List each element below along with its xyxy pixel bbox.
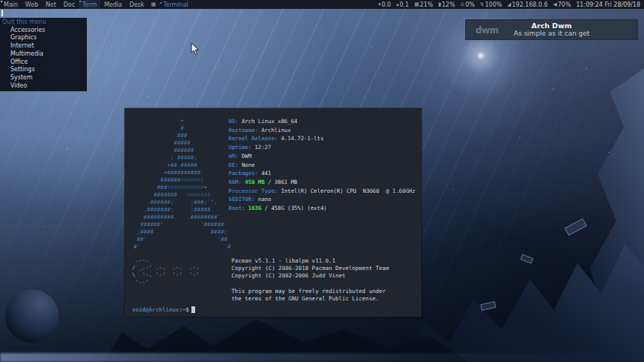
wallpaper-mountains-bottom-right bbox=[407, 225, 644, 362]
status-network-ip-value: 192.168.0.6 bbox=[512, 1, 548, 8]
tag-main[interactable]: Main bbox=[0, 0, 22, 9]
menu-text-caret bbox=[1, 10, 3, 16]
volume-icon: ◀ bbox=[553, 1, 556, 7]
pacman-ascii-art: .--. / _.-' .-. .-. .-. \ '-. '-' '-' '-… bbox=[132, 257, 199, 286]
clock: 11:09:24 Fri 28/09/18 bbox=[576, 1, 640, 8]
status-net-up: ▴0.1 bbox=[396, 1, 409, 8]
menu-item-system[interactable]: System bbox=[0, 74, 87, 82]
menu-item-multimedia[interactable]: Multimedia bbox=[0, 50, 87, 59]
arch-ascii-art: + # ### ##### ###### ; #####; +##.##### … bbox=[134, 117, 231, 251]
layout-grid-icon[interactable]: ▦ bbox=[148, 1, 159, 7]
menu-item-office[interactable]: Office bbox=[0, 59, 87, 67]
status-power: ↯100% bbox=[480, 1, 502, 8]
prompt-suffix: :~$ bbox=[179, 306, 189, 313]
menu-item-internet[interactable]: Internet bbox=[0, 42, 87, 50]
status-cpu: ▦21% bbox=[414, 1, 433, 8]
status-swap-value: 0% bbox=[465, 1, 475, 8]
wallpaper-ice-shard bbox=[520, 254, 533, 264]
status-power-value: 100% bbox=[485, 1, 502, 8]
fetch-info-row: $EDITOR: nano bbox=[229, 195, 415, 204]
cpu-icon: ▦ bbox=[414, 1, 419, 7]
fetch-info: OS: Arch Linux x86_64Hostname: Archlinux… bbox=[229, 117, 415, 213]
fetch-info-row: DE: None bbox=[229, 161, 415, 170]
status-net-down-value: 0.0 bbox=[381, 1, 391, 8]
wallpaper-planet bbox=[5, 289, 59, 343]
status-net-down: ▾0.0 bbox=[378, 1, 391, 8]
net-down-icon: ▾ bbox=[378, 1, 381, 7]
tag-doc[interactable]: Doc bbox=[60, 0, 79, 9]
memory-icon: ▮ bbox=[438, 1, 441, 7]
status-volume-value: 70% bbox=[558, 1, 571, 8]
fetch-info-row: Hostname: Archlinux bbox=[229, 126, 415, 135]
status-network-ip: ◢192.168.0.6 bbox=[507, 1, 548, 8]
fetch-info-row: Uptime: 12:27 bbox=[229, 143, 415, 152]
desktop: MainWebNetDocTermMediaDesk ▦ Terminal ▾0… bbox=[0, 0, 644, 362]
wallpaper-ice-cliff-right bbox=[567, 68, 644, 362]
menu-item-graphics[interactable]: Graphics bbox=[0, 34, 87, 42]
status-swap: ⊙0% bbox=[460, 1, 475, 8]
wallpaper-ice-shard bbox=[480, 301, 496, 311]
menu-item-settings[interactable]: Settings bbox=[0, 66, 87, 74]
fetch-info-row: WM: DWM bbox=[229, 152, 415, 161]
fetch-info-row: Kernel Release: 4.14.72-1-lts bbox=[229, 134, 415, 143]
tag-desk[interactable]: Desk bbox=[125, 0, 148, 9]
menu-item-video[interactable]: Video bbox=[0, 82, 87, 90]
terminal-window[interactable]: + # ### ##### ###### ; #####; +##.##### … bbox=[125, 108, 421, 317]
swap-icon: ⊙ bbox=[460, 1, 464, 7]
dwm-logo: dwm bbox=[476, 25, 499, 36]
wallpaper-bottom-glow bbox=[0, 353, 644, 362]
dropdown-menu: Quit this menu AccessoriesGraphicsIntern… bbox=[0, 18, 87, 91]
menu-item-quit[interactable]: Quit this menu bbox=[0, 19, 87, 27]
mouse-cursor bbox=[191, 42, 200, 56]
menu-item-accessories[interactable]: Accessories bbox=[0, 27, 87, 35]
fetch-info-row: Packages: 441 bbox=[229, 169, 415, 178]
focused-window-title: Terminal bbox=[159, 1, 191, 8]
tag-web[interactable]: Web bbox=[22, 0, 42, 9]
status-net-up-value: 0.1 bbox=[399, 1, 409, 8]
shell-prompt[interactable]: void@Archlinux:~$ bbox=[132, 306, 195, 313]
arch-dwm-banner[interactable]: dwm Arch Dwm As simple as it can get bbox=[465, 19, 638, 40]
power-icon: ↯ bbox=[480, 1, 484, 7]
status-area: ▾0.0▴0.1▦21%▮12%⊙0%↯100%◢192.168.0.6◀70%… bbox=[378, 1, 644, 8]
dwm-status-bar: MainWebNetDocTermMediaDesk ▦ Terminal ▾0… bbox=[0, 0, 644, 9]
tag-list: MainWebNetDocTermMediaDesk bbox=[0, 0, 148, 9]
fetch-info-row: OS: Arch Linux x86_64 bbox=[229, 117, 415, 126]
fetch-info-row: RAM: 450 MB / 3861 MB bbox=[229, 178, 415, 187]
menu-items: AccessoriesGraphicsInternetMultimediaOff… bbox=[0, 27, 87, 90]
tag-media[interactable]: Media bbox=[100, 0, 125, 9]
status-cpu-value: 21% bbox=[420, 1, 433, 8]
status-memory: ▮12% bbox=[438, 1, 456, 8]
wallpaper-ice-shard bbox=[565, 218, 587, 236]
prompt-user-host: void@Archlinux bbox=[132, 306, 179, 313]
fetch-info-row: Processor Type: Intel(R) Celeron(R) CPU … bbox=[229, 187, 415, 196]
net-up-icon: ▴ bbox=[396, 1, 399, 7]
terminal-cursor bbox=[191, 306, 195, 313]
tag-term[interactable]: Term bbox=[79, 0, 100, 9]
status-volume: ◀70% bbox=[553, 1, 571, 8]
fetch-info-row: Root: 163G / 458G (35%) (ext4) bbox=[229, 204, 415, 213]
network-ip-icon: ◢ bbox=[507, 1, 511, 7]
status-memory-value: 12% bbox=[441, 1, 455, 8]
tag-net[interactable]: Net bbox=[42, 0, 60, 9]
pacman-version-text: Pacman v5.1.1 - libalpm v11.0.1 Copyrigh… bbox=[231, 257, 389, 303]
